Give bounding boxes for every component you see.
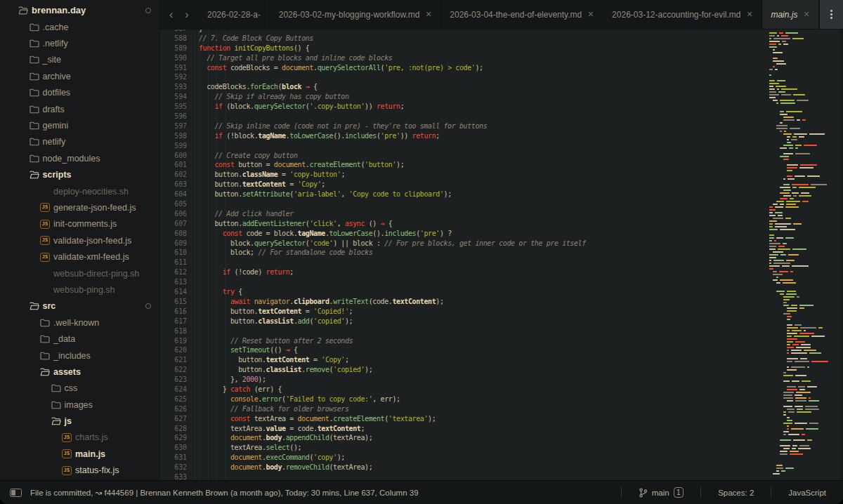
tree-item-js[interactable]: js [0,413,159,429]
line-number: 630 [160,443,187,453]
line-number: 592 [160,72,187,82]
tree-item-assets[interactable]: assets [0,364,159,380]
folder-icon [30,121,39,131]
toggle-left-dock-icon[interactable] [10,489,22,497]
tree-item-drafts[interactable]: drafts [0,101,159,117]
tree-item-generate-json-feed.js[interactable]: JSgenerate-json-feed.js [0,199,159,215]
tree-item-src[interactable]: src [0,298,159,314]
code-line-588: 588// 7. Code Block Copy Buttons [160,34,766,44]
tree-item-css[interactable]: css [0,380,159,397]
tab-2026-03-02-my-blogging-workflow.md[interactable]: 2026-03-02-my-blogging-workflow.md✕ [270,0,441,29]
code-line-608: 608 const code = block.tagName.toLowerCa… [160,229,766,239]
tree-item-label: dotfiles [43,88,71,98]
tree-item-label: validate-xml-feed.js [53,252,129,262]
indentation-setting[interactable]: Spaces: 2 [701,489,771,497]
code-line-596: 596 [160,112,766,121]
tree-item-deploy-neocities.sh[interactable]: deploy-neocities.sh [0,183,159,199]
code-line-597: 597 // Skip inline code (code not in pre… [160,121,766,131]
tree-item-gemini[interactable]: gemini [0,117,159,133]
tab-2026-03-04-the-end-of-eleventy.md[interactable]: 2026-03-04-the-end-of-eleventy.md✕ [441,0,603,29]
tree-item-_data[interactable]: _data [0,331,159,347]
folder-icon [51,383,61,393]
status-bar: File is committed, ↝ f444569 | Brennan K… [0,480,843,504]
tree-item-init-comments.js[interactable]: JSinit-comments.js [0,216,159,232]
file-tree: .cache.netlify_sitearchivedotfilesdrafts… [0,19,159,479]
code-line-626: 626 // Fallback for older browsers [160,404,766,414]
code-line-622: 622 button.classList.remove('copied'); [160,365,766,375]
tree-item-websub-ping.sh[interactable]: websub-ping.sh [0,281,159,298]
tree-item-images[interactable]: images [0,397,159,413]
git-branch-selector[interactable]: main 1 [622,487,701,498]
tree-item-dotfiles[interactable]: dotfiles [0,85,159,101]
tab-2026-02-28-a-[interactable]: 2026-02-28-a- [198,0,270,29]
tree-item-.cache[interactable]: .cache [0,19,159,35]
tree-item-.well-known[interactable]: .well-known [0,314,159,331]
folder-icon [30,88,39,98]
code-line-600: 600 // Create copy button [160,151,766,161]
tree-item-label: _site [43,55,61,65]
close-tab-icon[interactable]: ✕ [587,10,594,19]
close-tab-icon[interactable]: ✕ [425,10,431,19]
folder-icon [40,334,50,344]
line-number: 619 [160,336,187,346]
tree-item-charts.js[interactable]: JScharts.js [0,430,159,446]
minimap[interactable] [766,29,843,480]
tree-item-_includes[interactable]: _includes [0,347,159,364]
tab-main.js[interactable]: main.js✕ [762,0,819,29]
tree-item-validate-json-feed.js[interactable]: JSvalidate-json-feed.js [0,232,159,248]
tree-item-.netlify[interactable]: .netlify [0,35,159,51]
tree-item-node_modules[interactable]: node_modules [0,150,159,166]
tree-item-label: gemini [43,121,69,131]
code-line-623: 623 }, 2000); [160,375,766,385]
line-number: 591 [160,63,187,73]
tree-item-scripts[interactable]: scripts [0,167,159,183]
code-editor[interactable]: 587}588// 7. Code Block Copy Buttons589f… [160,29,766,480]
line-number: 607 [160,219,187,229]
code-editor-window: brennan.day .cache.netlify_sitearchivedo… [0,0,843,504]
tab-overflow-menu-button[interactable] [819,0,843,29]
tree-item-archive[interactable]: archive [0,68,159,84]
tree-item-validate-xml-feed.js[interactable]: JSvalidate-xml-feed.js [0,248,159,265]
tree-item-label: src [43,301,56,311]
tree-item-status-fix.js[interactable]: JSstatus-fix.js [0,463,159,479]
folder-open-icon [30,301,39,311]
tree-item-main.js[interactable]: JSmain.js [0,446,159,462]
javascript-icon: JS [40,252,50,262]
folder-open-icon [51,416,61,426]
line-number: 604 [160,190,187,199]
code-line-604: 604 button.setAttribute('aria-label', 'C… [160,190,766,199]
line-number: 589 [160,44,187,53]
language-selector[interactable]: JavaScript [771,489,843,497]
code-line-592: 592 [160,72,766,82]
javascript-icon: JS [62,465,72,475]
tab-2026-03-12-accounting-for-evil.md[interactable]: 2026-03-12-accounting-for-evil.md✕ [603,0,762,29]
status-right-cluster: main 1 Spaces: 2 JavaScript [621,481,843,504]
tree-item-label: drafts [43,105,65,114]
folder-icon [30,39,39,48]
tree-item-websub-direct-ping.sh[interactable]: websub-direct-ping.sh [0,265,159,281]
tab-label: 2026-02-28-a- [207,10,261,20]
tab-label: 2026-03-02-my-blogging-workflow.md [279,10,420,20]
navigate-back-icon[interactable]: ‹ [169,9,173,20]
code-line-627: 627 const textArea = document.createElem… [160,414,766,424]
close-tab-icon[interactable]: ✕ [747,10,753,19]
editor-area: ‹ › 2026-02-28-a-2026-03-02-my-blogging-… [160,0,843,480]
code-line-598: 598 if (!block.tagName.toLowerCase().inc… [160,131,766,141]
progress-ring-icon [145,8,151,13]
folder-open-icon [18,6,28,15]
kebab-dot [830,10,832,12]
code-line-594: 594 // Skip if already has copy button [160,92,766,102]
navigate-forward-icon[interactable]: › [185,9,188,20]
line-number: 599 [160,141,187,151]
code-line-593: 593 codeBlocks.forEach(block ⇒ { [160,82,766,92]
tree-item-netlify[interactable]: netlify [0,134,159,150]
folder-icon [40,318,50,328]
tree-item-_site[interactable]: _site [0,52,159,68]
project-panel: brennan.day .cache.netlify_sitearchivedo… [0,0,160,480]
close-tab-icon[interactable]: ✕ [803,10,809,19]
folder-icon [30,105,39,114]
line-number: 631 [160,453,187,463]
line-number: 612 [160,267,187,277]
line-number: 600 [160,151,187,161]
project-root-row[interactable]: brennan.day [0,1,159,19]
